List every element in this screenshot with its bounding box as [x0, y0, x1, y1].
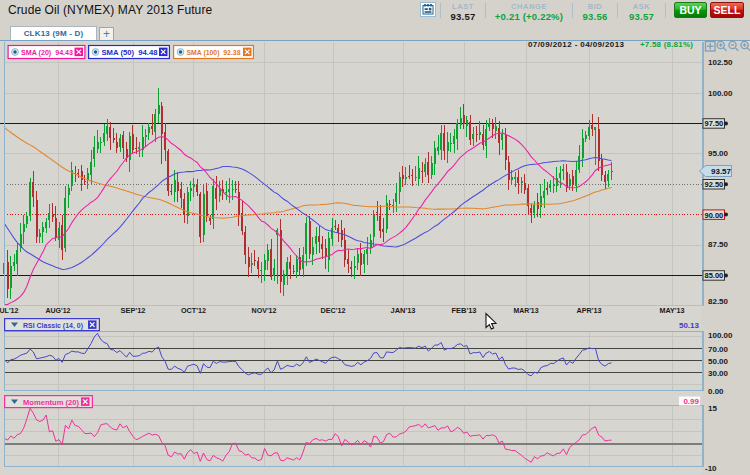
svg-text:90.00: 90.00	[705, 211, 724, 220]
svg-text:SEP'12: SEP'12	[121, 306, 146, 315]
svg-text:AUG'12: AUG'12	[46, 306, 71, 315]
svg-text:Momentum (20): Momentum (20)	[23, 398, 79, 407]
svg-text:07/09/2012 - 04/09/2013: 07/09/2012 - 04/09/2013	[528, 40, 625, 49]
svg-text:NOV'12: NOV'12	[252, 306, 277, 315]
svg-text:87.50: 87.50	[708, 240, 729, 249]
svg-text:OCT'12: OCT'12	[181, 306, 206, 315]
svg-text:DEC'12: DEC'12	[321, 306, 346, 315]
svg-text:0.00: 0.00	[708, 387, 724, 396]
svg-text:FEB'13: FEB'13	[452, 306, 477, 315]
svg-text:-10: -10	[705, 464, 717, 473]
svg-text:JAN'13: JAN'13	[391, 306, 416, 315]
svg-text:97.50: 97.50	[705, 119, 724, 128]
svg-text:50.00: 50.00	[708, 357, 729, 366]
svg-text:100.00: 100.00	[708, 331, 733, 340]
svg-text:85.00: 85.00	[705, 271, 724, 280]
svg-text:95.00: 95.00	[708, 149, 729, 158]
svg-text:93.57: 93.57	[711, 167, 732, 176]
svg-text:SMA (100) 92.38: SMA (100) 92.38	[187, 48, 241, 57]
svg-text:SMA (50) 94.48: SMA (50) 94.48	[102, 48, 159, 57]
svg-text:RSI Classic (14, 0): RSI Classic (14, 0)	[23, 321, 83, 330]
svg-text:92.50: 92.50	[705, 180, 724, 189]
svg-text:15: 15	[708, 404, 717, 413]
svg-text:APR'13: APR'13	[577, 306, 602, 315]
svg-text:70.00: 70.00	[708, 345, 729, 354]
svg-text:30.00: 30.00	[708, 369, 729, 378]
svg-text:100.00: 100.00	[708, 89, 733, 98]
svg-text:UL'12: UL'12	[0, 306, 19, 315]
svg-text:MAR'13: MAR'13	[514, 306, 539, 315]
svg-text:MAY'13: MAY'13	[660, 306, 685, 315]
svg-text:0.99: 0.99	[683, 397, 699, 406]
svg-text:82.50: 82.50	[708, 297, 729, 306]
svg-text:102.50: 102.50	[708, 58, 733, 67]
svg-text:50.13: 50.13	[679, 321, 700, 330]
svg-text:+7.58 (8.81%): +7.58 (8.81%)	[640, 40, 693, 49]
svg-text:SMA (20) 94.43: SMA (20) 94.43	[21, 48, 73, 57]
